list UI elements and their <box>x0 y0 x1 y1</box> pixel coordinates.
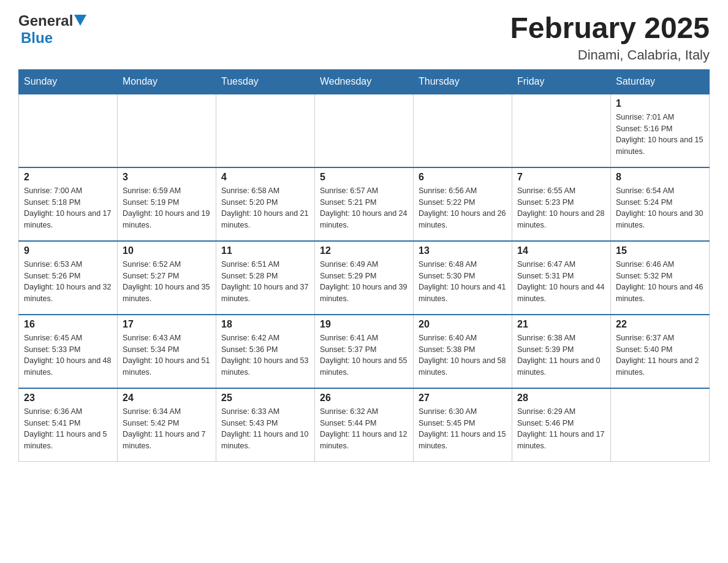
table-row: 22Sunrise: 6:37 AMSunset: 5:40 PMDayligh… <box>611 315 710 388</box>
day-number: 1 <box>616 98 704 109</box>
day-info: Sunrise: 6:56 AMSunset: 5:22 PMDaylight:… <box>419 185 507 231</box>
day-number: 15 <box>616 245 704 256</box>
day-info: Sunrise: 6:32 AMSunset: 5:44 PMDaylight:… <box>320 406 408 452</box>
day-number: 7 <box>517 172 605 183</box>
day-number: 27 <box>419 393 507 404</box>
table-row: 26Sunrise: 6:32 AMSunset: 5:44 PMDayligh… <box>315 388 414 462</box>
day-number: 21 <box>517 319 605 330</box>
svg-marker-0 <box>74 15 86 26</box>
day-number: 9 <box>24 245 112 256</box>
table-row <box>512 94 611 167</box>
page-header: General Blue February 2025 Dinami, Calab… <box>18 12 710 63</box>
day-info: Sunrise: 6:37 AMSunset: 5:40 PMDaylight:… <box>616 332 704 378</box>
day-info: Sunrise: 7:00 AMSunset: 5:18 PMDaylight:… <box>24 185 112 231</box>
table-row: 1Sunrise: 7:01 AMSunset: 5:16 PMDaylight… <box>611 94 710 167</box>
table-row: 23Sunrise: 6:36 AMSunset: 5:41 PMDayligh… <box>19 388 118 462</box>
day-info: Sunrise: 6:30 AMSunset: 5:45 PMDaylight:… <box>419 406 507 452</box>
day-info: Sunrise: 6:54 AMSunset: 5:24 PMDaylight:… <box>616 185 704 231</box>
day-number: 4 <box>221 172 309 183</box>
table-row: 16Sunrise: 6:45 AMSunset: 5:33 PMDayligh… <box>19 315 118 388</box>
table-row: 11Sunrise: 6:51 AMSunset: 5:28 PMDayligh… <box>216 241 315 315</box>
table-row <box>315 94 414 167</box>
day-number: 20 <box>419 319 507 330</box>
day-info: Sunrise: 6:41 AMSunset: 5:37 PMDaylight:… <box>320 332 408 378</box>
day-info: Sunrise: 6:33 AMSunset: 5:43 PMDaylight:… <box>221 406 309 452</box>
table-row: 15Sunrise: 6:46 AMSunset: 5:32 PMDayligh… <box>611 241 710 315</box>
table-row: 19Sunrise: 6:41 AMSunset: 5:37 PMDayligh… <box>315 315 414 388</box>
day-number: 5 <box>320 172 408 183</box>
table-row: 12Sunrise: 6:49 AMSunset: 5:29 PMDayligh… <box>315 241 414 315</box>
day-number: 8 <box>616 172 704 183</box>
day-info: Sunrise: 6:36 AMSunset: 5:41 PMDaylight:… <box>24 406 112 452</box>
table-row: 14Sunrise: 6:47 AMSunset: 5:31 PMDayligh… <box>512 241 611 315</box>
table-row: 28Sunrise: 6:29 AMSunset: 5:46 PMDayligh… <box>512 388 611 462</box>
table-row: 6Sunrise: 6:56 AMSunset: 5:22 PMDaylight… <box>414 167 512 241</box>
day-number: 18 <box>221 319 309 330</box>
day-info: Sunrise: 6:46 AMSunset: 5:32 PMDaylight:… <box>616 259 704 305</box>
day-number: 12 <box>320 245 408 256</box>
table-row: 9Sunrise: 6:53 AMSunset: 5:26 PMDaylight… <box>19 241 118 315</box>
day-number: 16 <box>24 319 112 330</box>
col-friday: Friday <box>512 69 611 94</box>
day-info: Sunrise: 6:45 AMSunset: 5:33 PMDaylight:… <box>24 332 112 378</box>
col-wednesday: Wednesday <box>315 69 414 94</box>
table-row: 21Sunrise: 6:38 AMSunset: 5:39 PMDayligh… <box>512 315 611 388</box>
day-number: 2 <box>24 172 112 183</box>
day-number: 23 <box>24 393 112 404</box>
day-info: Sunrise: 6:38 AMSunset: 5:39 PMDaylight:… <box>517 332 605 378</box>
table-row: 7Sunrise: 6:55 AMSunset: 5:23 PMDaylight… <box>512 167 611 241</box>
table-row: 18Sunrise: 6:42 AMSunset: 5:36 PMDayligh… <box>216 315 315 388</box>
table-row: 5Sunrise: 6:57 AMSunset: 5:21 PMDaylight… <box>315 167 414 241</box>
table-row <box>19 94 118 167</box>
day-info: Sunrise: 7:01 AMSunset: 5:16 PMDaylight:… <box>616 112 704 158</box>
day-info: Sunrise: 6:40 AMSunset: 5:38 PMDaylight:… <box>419 332 507 378</box>
col-saturday: Saturday <box>611 69 710 94</box>
table-row: 24Sunrise: 6:34 AMSunset: 5:42 PMDayligh… <box>118 388 216 462</box>
table-row: 17Sunrise: 6:43 AMSunset: 5:34 PMDayligh… <box>118 315 216 388</box>
table-row <box>414 94 512 167</box>
day-number: 14 <box>517 245 605 256</box>
table-row: 4Sunrise: 6:58 AMSunset: 5:20 PMDaylight… <box>216 167 315 241</box>
day-info: Sunrise: 6:59 AMSunset: 5:19 PMDaylight:… <box>123 185 211 231</box>
day-number: 13 <box>419 245 507 256</box>
table-row: 13Sunrise: 6:48 AMSunset: 5:30 PMDayligh… <box>414 241 512 315</box>
logo-general-text: General <box>18 12 73 29</box>
day-number: 3 <box>123 172 211 183</box>
calendar-week-row: 16Sunrise: 6:45 AMSunset: 5:33 PMDayligh… <box>19 315 710 388</box>
col-thursday: Thursday <box>414 69 512 94</box>
logo-blue-text: Blue <box>21 29 53 47</box>
table-row <box>611 388 710 462</box>
day-number: 19 <box>320 319 408 330</box>
calendar-table: Sunday Monday Tuesday Wednesday Thursday… <box>18 69 710 462</box>
calendar-week-row: 9Sunrise: 6:53 AMSunset: 5:26 PMDaylight… <box>19 241 710 315</box>
logo-arrow-icon <box>74 15 86 28</box>
title-block: February 2025 Dinami, Calabria, Italy <box>510 12 710 63</box>
day-info: Sunrise: 6:49 AMSunset: 5:29 PMDaylight:… <box>320 259 408 305</box>
col-monday: Monday <box>118 69 216 94</box>
day-info: Sunrise: 6:42 AMSunset: 5:36 PMDaylight:… <box>221 332 309 378</box>
day-info: Sunrise: 6:47 AMSunset: 5:31 PMDaylight:… <box>517 259 605 305</box>
day-number: 24 <box>123 393 211 404</box>
day-number: 17 <box>123 319 211 330</box>
table-row: 8Sunrise: 6:54 AMSunset: 5:24 PMDaylight… <box>611 167 710 241</box>
col-tuesday: Tuesday <box>216 69 315 94</box>
calendar-week-row: 1Sunrise: 7:01 AMSunset: 5:16 PMDaylight… <box>19 94 710 167</box>
table-row <box>118 94 216 167</box>
day-info: Sunrise: 6:55 AMSunset: 5:23 PMDaylight:… <box>517 185 605 231</box>
day-info: Sunrise: 6:51 AMSunset: 5:28 PMDaylight:… <box>221 259 309 305</box>
day-number: 28 <box>517 393 605 404</box>
day-info: Sunrise: 6:58 AMSunset: 5:20 PMDaylight:… <box>221 185 309 231</box>
day-info: Sunrise: 6:52 AMSunset: 5:27 PMDaylight:… <box>123 259 211 305</box>
table-row: 27Sunrise: 6:30 AMSunset: 5:45 PMDayligh… <box>414 388 512 462</box>
day-number: 25 <box>221 393 309 404</box>
table-row: 2Sunrise: 7:00 AMSunset: 5:18 PMDaylight… <box>19 167 118 241</box>
day-number: 26 <box>320 393 408 404</box>
day-info: Sunrise: 6:48 AMSunset: 5:30 PMDaylight:… <box>419 259 507 305</box>
day-info: Sunrise: 6:43 AMSunset: 5:34 PMDaylight:… <box>123 332 211 378</box>
table-row: 25Sunrise: 6:33 AMSunset: 5:43 PMDayligh… <box>216 388 315 462</box>
day-number: 10 <box>123 245 211 256</box>
calendar-week-row: 23Sunrise: 6:36 AMSunset: 5:41 PMDayligh… <box>19 388 710 462</box>
table-row <box>216 94 315 167</box>
calendar-week-row: 2Sunrise: 7:00 AMSunset: 5:18 PMDaylight… <box>19 167 710 241</box>
day-info: Sunrise: 6:57 AMSunset: 5:21 PMDaylight:… <box>320 185 408 231</box>
